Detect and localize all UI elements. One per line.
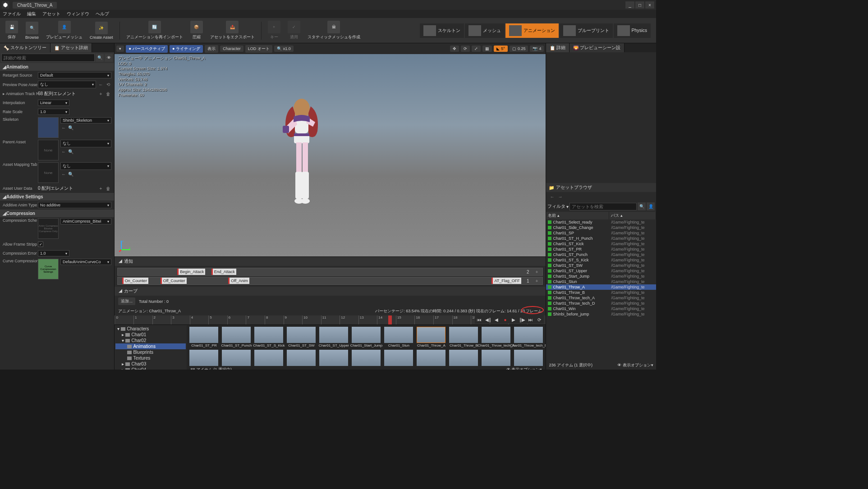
anim-thumb-extra[interactable] <box>318 350 349 366</box>
ruler-tick[interactable]: 2 <box>152 315 171 324</box>
anim-thumb[interactable]: Char01_ST_S_Kick <box>253 327 284 348</box>
mode-skeleton[interactable]: スケルトン <box>420 23 464 38</box>
play-icon[interactable]: ▶ <box>510 316 517 323</box>
curve-comp-dropdown[interactable]: DefaultAnimCurveCo <box>60 259 111 265</box>
use-selected-icon[interactable]: ← <box>60 124 67 131</box>
search-icon[interactable]: 🔍 <box>638 202 646 210</box>
asset-row[interactable]: Char01_Start_Jump/Game/Fighting_te <box>546 274 656 279</box>
user-icon[interactable]: 👤 <box>647 202 655 210</box>
browse-button[interactable]: 🔍Browse <box>23 20 41 41</box>
filter-label[interactable]: フィルタ <box>547 203 565 210</box>
rate-scale-input[interactable]: 1.0 <box>38 109 69 115</box>
asset-row[interactable]: Char01_ST_SW/Game/Fighting_te <box>546 263 656 268</box>
viewport-options-icon[interactable]: ▾ <box>116 46 124 52</box>
tree-char04[interactable]: ▸ Char04 <box>115 367 186 370</box>
ruler-tick[interactable]: 4 <box>190 315 209 324</box>
anim-thumb-extra[interactable] <box>383 350 414 366</box>
show-button[interactable]: 表示 <box>205 45 218 53</box>
document-tab[interactable]: Char01_Throw_A <box>13 2 57 9</box>
asset-mapping-dropdown[interactable]: なし <box>60 162 111 170</box>
nav-forward-icon[interactable]: → <box>557 193 563 200</box>
browse-skeleton-icon[interactable]: 🔍 <box>68 124 74 131</box>
menu-asset[interactable]: アセット <box>42 11 60 17</box>
mode-physics[interactable]: Physics <box>614 23 651 38</box>
loop-icon[interactable]: ⟳ <box>536 316 543 323</box>
search-icon[interactable]: 🔍 <box>96 54 104 62</box>
ruler-tick[interactable]: 12 <box>340 315 358 324</box>
ruler-tick[interactable]: 17 <box>433 315 452 324</box>
character-button[interactable]: Character <box>220 46 243 52</box>
snap-grid-icon[interactable]: ▦ <box>482 46 492 52</box>
notify-on-counter[interactable]: On_Counter <box>122 278 148 284</box>
anim-thumb[interactable]: Char01_ST_Upper <box>318 327 349 348</box>
section-compression[interactable]: ◢ Compression <box>0 210 114 217</box>
transform-rotate-icon[interactable]: ⟳ <box>461 46 470 52</box>
tab-preview-scene[interactable]: 🌄プレビューシーン設 <box>569 43 625 52</box>
retarget-source-dropdown[interactable]: Default <box>38 72 111 78</box>
ruler-tick[interactable]: 0 <box>115 315 133 324</box>
ruler-tick[interactable]: 9 <box>284 315 303 324</box>
clear-array-icon[interactable]: 🗑 <box>105 91 111 97</box>
notify-track-1[interactable]: Begin_Attack End_Attack 2 + <box>117 268 543 276</box>
anim-thumb-extra[interactable] <box>286 350 317 366</box>
mode-blueprint[interactable]: ブループリント <box>560 23 613 38</box>
skeleton-thumb[interactable] <box>38 117 59 138</box>
asset-row[interactable]: Char01_Side_Change/Game/Fighting_te <box>546 225 656 230</box>
anim-thumb-extra[interactable] <box>416 350 446 366</box>
add-element-icon[interactable]: + <box>97 91 104 97</box>
notify-track-2[interactable]: On_Counter Off_Counter Off_Anim AT_Flag_… <box>117 277 543 285</box>
step-back-icon[interactable]: ◀∥ <box>484 316 491 323</box>
filter-chevron-icon[interactable]: ▾ <box>566 204 569 209</box>
asset-row[interactable]: Char01_ST_PR/Game/Fighting_te <box>546 247 656 252</box>
asset-row[interactable]: Char01_Select_ready/Game/Fighting_te <box>546 219 656 225</box>
display-options-button[interactable]: 👁 表示オプション▾ <box>506 367 542 370</box>
step-fwd-icon[interactable]: ∥▶ <box>519 316 526 323</box>
notify-end-attack[interactable]: End_Attack <box>211 269 236 275</box>
curve-header[interactable]: ◢ カーブ <box>115 287 546 296</box>
make-static-mesh-button[interactable]: 🏛スタティックメッシュを作成 <box>305 19 363 42</box>
clear-array-icon[interactable]: 🗑 <box>105 185 111 192</box>
tree-characters[interactable]: ▾ Characters <box>115 326 186 332</box>
ruler-tick[interactable]: 5 <box>208 315 227 324</box>
apply-button[interactable]: ✓適用 <box>285 19 303 42</box>
play-reverse-icon[interactable]: ◀ <box>493 316 500 323</box>
speed-button[interactable]: 🔍 x1.0 <box>274 46 294 52</box>
browse-parent-icon[interactable]: 🔍 <box>68 148 74 155</box>
compress-button[interactable]: 📦圧縮 <box>188 19 206 42</box>
ruler-tick[interactable]: 1 <box>133 315 152 324</box>
snap-angle-button[interactable]: ◣ 5° <box>494 46 508 52</box>
parent-asset-thumb[interactable]: None <box>38 140 59 160</box>
tab-asset-details[interactable]: 📋アセット詳細 <box>51 43 92 52</box>
anim-thumb[interactable]: Char01_Throw_tech_D <box>513 327 544 348</box>
asset-search-input[interactable] <box>569 203 637 210</box>
use-selected-icon[interactable]: ← <box>60 171 67 177</box>
viewport[interactable]: プレビュー中 アニメーション Char01_Throw_ALOD: 0Curre… <box>115 54 546 256</box>
mode-mesh[interactable]: メッシュ <box>465 23 505 38</box>
preview-mesh-button[interactable]: 👤プレビューメッシュ <box>43 19 85 42</box>
skeleton-dropdown[interactable]: Shinbi_Skeleton <box>60 117 111 123</box>
save-button[interactable]: 💾保存 <box>3 19 21 42</box>
reset-icon[interactable]: ⟲ <box>105 82 111 88</box>
comp-error-input[interactable]: 1.0 <box>38 250 69 256</box>
playhead[interactable] <box>388 315 392 324</box>
go-start-icon[interactable]: ⏮ <box>476 316 483 323</box>
comp-scheme-dropdown[interactable]: AnimCompress_Bitwi <box>60 218 111 224</box>
tab-details[interactable]: 📋詳細 <box>546 43 569 52</box>
col-path[interactable]: パス ▴ <box>609 212 656 219</box>
record-icon[interactable]: ● <box>501 316 509 323</box>
comp-scheme-thumb[interactable]: Anim Compress Bitwise Compress Only <box>38 218 59 239</box>
col-name[interactable]: 名前 ▴ <box>546 212 609 219</box>
reimport-button[interactable]: 🔄アニメーションを再インポート <box>124 19 186 42</box>
tree-textures[interactable]: Textures <box>115 355 186 361</box>
anim-thumb-extra[interactable] <box>221 350 252 366</box>
ruler-tick[interactable]: 10 <box>302 315 321 324</box>
add-curve-button[interactable]: 追加... <box>118 297 135 305</box>
prev-arrow-icon[interactable]: ← <box>97 82 104 88</box>
export-button[interactable]: 📤アセットをエクスポート <box>207 19 257 42</box>
tab-skeleton-tree[interactable]: 🦴スケルトンツリー <box>0 43 51 52</box>
key-button[interactable]: +キー <box>265 19 283 42</box>
anim-thumb-extra[interactable] <box>188 350 219 366</box>
asset-row[interactable]: Char01_Throw_tech_D/Game/Fighting_te <box>546 301 656 306</box>
additive-type-dropdown[interactable]: No additive <box>38 202 111 208</box>
ruler-tick[interactable]: 13 <box>358 315 377 324</box>
